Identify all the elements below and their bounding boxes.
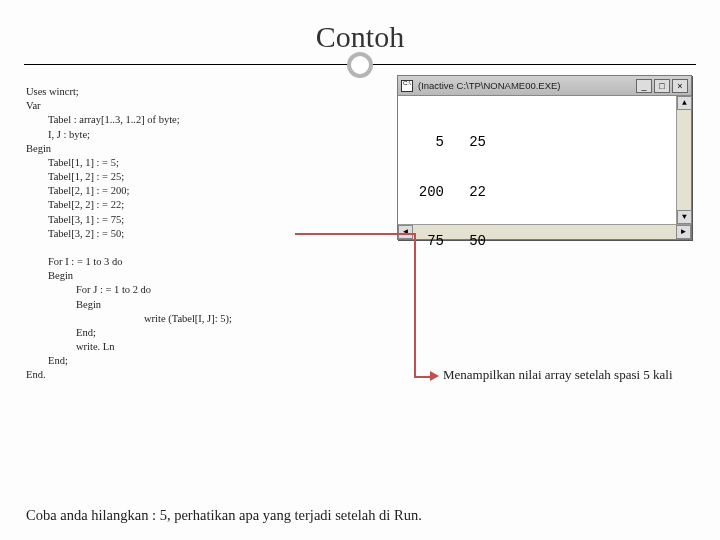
code-line: Begin xyxy=(26,269,366,283)
minimize-button[interactable]: _ xyxy=(636,79,652,93)
code-line: End. xyxy=(26,368,366,382)
maximize-button[interactable]: □ xyxy=(654,79,670,93)
code-line: Tabel[1, 2] : = 25; xyxy=(26,170,366,184)
console-row: 5 25 xyxy=(402,134,687,152)
code-line: For J : = 1 to 2 do xyxy=(26,283,366,297)
code-line: Tabel[2, 1] : = 200; xyxy=(26,184,366,198)
code-line: Uses wincrt; xyxy=(26,85,366,99)
console-row: 75 50 xyxy=(402,233,687,251)
console-window: (Inactive C:\TP\NONAME00.EXE) _ □ × 5 25… xyxy=(397,75,692,240)
code-line: End; xyxy=(26,354,366,368)
code-line: Var xyxy=(26,99,366,113)
scroll-down-icon[interactable]: ▼ xyxy=(677,210,692,224)
code-line: Begin xyxy=(26,298,366,312)
app-icon xyxy=(401,80,413,92)
window-buttons: _ □ × xyxy=(636,79,688,93)
arrow-right-icon xyxy=(430,371,439,381)
code-line: Tabel[3, 1] : = 75; xyxy=(26,213,366,227)
code-line: Tabel : array[1..3, 1..2] of byte; xyxy=(26,113,366,127)
console-title: (Inactive C:\TP\NONAME00.EXE) xyxy=(418,80,636,91)
code-line: write (Tabel[I, J]: 5); xyxy=(26,312,366,326)
code-line: Tabel[2, 2] : = 22; xyxy=(26,198,366,212)
code-line: I, J : byte; xyxy=(26,128,366,142)
code-line: For I : = 1 to 3 do xyxy=(26,255,366,269)
code-line: Tabel[1, 1] : = 5; xyxy=(26,156,366,170)
callout-caption: Menampilkan nilai array setelah spasi 5 … xyxy=(443,367,673,383)
callout-line xyxy=(414,233,416,376)
code-line xyxy=(26,241,366,255)
console-row: 200 22 xyxy=(402,184,687,202)
callout-line xyxy=(295,233,415,235)
content-area: Uses wincrt;VarTabel : array[1..3, 1..2]… xyxy=(0,65,720,383)
vertical-scrollbar[interactable]: ▲ ▼ xyxy=(676,96,691,224)
close-button[interactable]: × xyxy=(672,79,688,93)
code-line: write. Ln xyxy=(26,340,366,354)
code-line: Begin xyxy=(26,142,366,156)
scroll-up-icon[interactable]: ▲ xyxy=(677,96,692,110)
console-titlebar: (Inactive C:\TP\NONAME00.EXE) _ □ × xyxy=(398,76,691,96)
footer-note: Coba anda hilangkan : 5, perhatikan apa … xyxy=(26,507,422,524)
code-line: End; xyxy=(26,326,366,340)
console-body: 5 25 200 22 75 50 ▲ ▼ xyxy=(398,96,691,224)
scroll-track[interactable] xyxy=(677,110,691,210)
